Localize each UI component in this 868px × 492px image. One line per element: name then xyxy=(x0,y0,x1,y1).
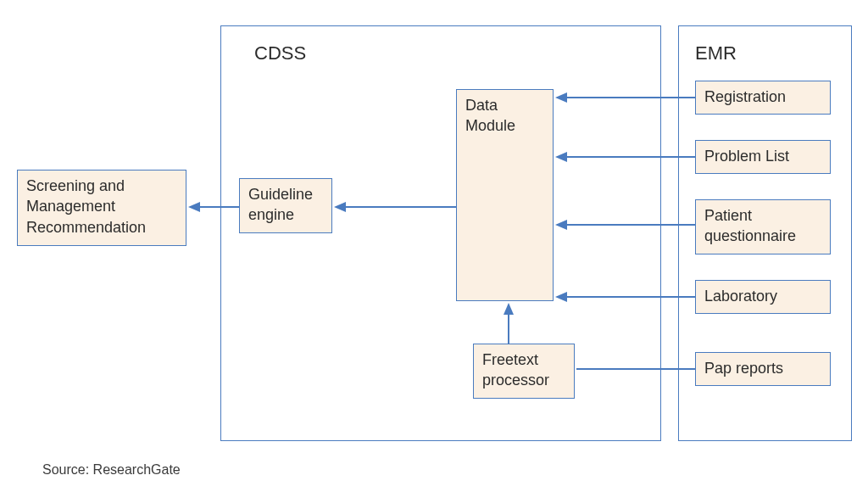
guideline-engine-box: Guidelineengine xyxy=(239,178,332,233)
pap-reports-label: Pap reports xyxy=(704,360,783,377)
output-label: Screening andManagementRecommendation xyxy=(26,177,146,236)
data-module-label: DataModule xyxy=(465,97,515,134)
cdss-container xyxy=(220,25,661,441)
registration-label: Registration xyxy=(704,88,786,105)
guideline-engine-label: Guidelineengine xyxy=(248,186,313,223)
pap-reports-box: Pap reports xyxy=(695,352,831,386)
laboratory-label: Laboratory xyxy=(704,288,777,305)
output-box: Screening andManagementRecommendation xyxy=(17,170,186,246)
patient-questionnaire-label: Patientquestionnaire xyxy=(704,207,796,244)
freetext-processor-label: Freetextprocessor xyxy=(482,351,549,389)
emr-title: EMR xyxy=(695,42,737,64)
diagram-stage: CDSS EMR Screening andManagementRecommen… xyxy=(0,0,868,492)
data-module-box: DataModule xyxy=(456,89,554,301)
source-citation: Source: ResearchGate xyxy=(42,462,181,478)
freetext-processor-box: Freetextprocessor xyxy=(473,344,575,399)
patient-questionnaire-box: Patientquestionnaire xyxy=(695,199,831,254)
laboratory-box: Laboratory xyxy=(695,280,831,314)
problem-list-box: Problem List xyxy=(695,140,831,174)
cdss-title: CDSS xyxy=(254,42,306,64)
registration-box: Registration xyxy=(695,81,831,115)
problem-list-label: Problem List xyxy=(704,148,789,165)
